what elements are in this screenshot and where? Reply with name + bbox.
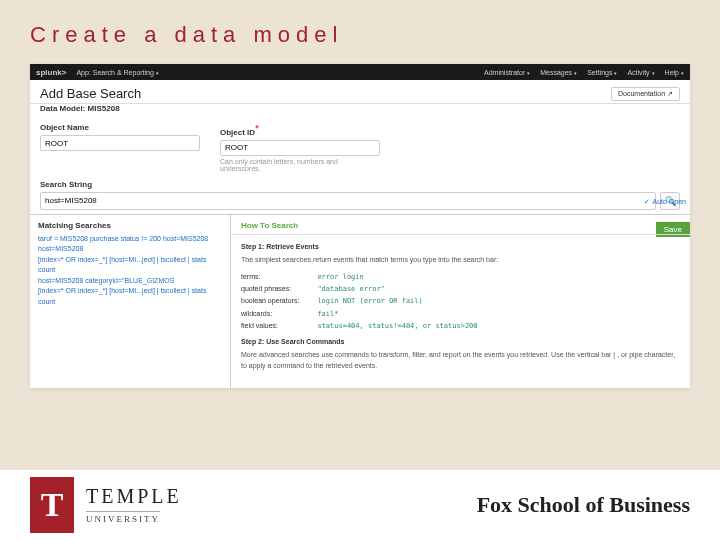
matching-searches-heading: Matching Searches	[38, 221, 222, 230]
search-string-label: Search String	[40, 180, 680, 189]
object-name-label: Object Name	[40, 123, 200, 132]
page-heading: Add Base Search	[40, 86, 141, 101]
fox-school-label: Fox School of Business	[477, 492, 690, 518]
object-name-input[interactable]	[40, 135, 200, 151]
slide-footer: T TEMPLE UNIVERSITY Fox School of Busine…	[0, 470, 720, 540]
menu-help[interactable]: Help▾	[665, 69, 684, 76]
menu-settings[interactable]: Settings▾	[587, 69, 617, 76]
menu-messages[interactable]: Messages▾	[540, 69, 577, 76]
step1-title: Step 1: Retrieve Events	[241, 241, 680, 252]
search-string-input[interactable]	[40, 192, 656, 210]
object-id-label: Object ID*	[220, 123, 380, 137]
app-menu[interactable]: App: Search & Reporting▾	[76, 69, 158, 76]
matching-search-item[interactable]: [index=* OR index=_*] [host=MI...ject] |…	[38, 255, 222, 276]
matching-search-item[interactable]: [index=* OR index=_*] [host=MI...ject] |…	[38, 286, 222, 307]
step2-title: Step 2: Use Search Commands	[241, 336, 680, 347]
app-screenshot: splunk> App: Search & Reporting▾ Adminis…	[30, 64, 690, 388]
matching-search-item[interactable]: host=MIS5208 categoryId="BLUE_GIZMOS	[38, 276, 222, 287]
step1-desc: The simplest searches return events that…	[241, 254, 680, 265]
matching-search-item[interactable]: host=MIS5208	[38, 244, 222, 255]
temple-subword: UNIVERSITY	[86, 511, 160, 524]
external-link-icon: ↗	[667, 90, 673, 97]
data-model-line: Data Model: MIS5208	[30, 104, 690, 119]
menu-activity[interactable]: Activity▾	[627, 69, 654, 76]
object-id-hint: Can only contain letters, numbers and un…	[220, 158, 380, 172]
auto-open-toggle[interactable]: ✓Auto Open	[644, 198, 686, 206]
topbar: splunk> App: Search & Reporting▾ Adminis…	[30, 64, 690, 80]
search-terms-table: terms:error login quoted phrases:"databa…	[241, 271, 478, 332]
object-id-input[interactable]	[220, 140, 380, 156]
how-to-search-heading: How To Search	[231, 215, 690, 235]
menu-administrator[interactable]: Administrator▾	[484, 69, 530, 76]
matching-search-item[interactable]: tarof = MIS5208 purchase status != 200 h…	[38, 234, 222, 245]
splunk-logo: splunk>	[36, 68, 66, 77]
documentation-link[interactable]: Documentation ↗	[611, 87, 680, 101]
step2-desc: More advanced searches use commands to t…	[241, 349, 680, 371]
temple-wordmark: TEMPLE	[86, 485, 182, 508]
temple-logo-icon: T	[30, 477, 74, 533]
slide-title: Create a data model	[0, 0, 720, 64]
